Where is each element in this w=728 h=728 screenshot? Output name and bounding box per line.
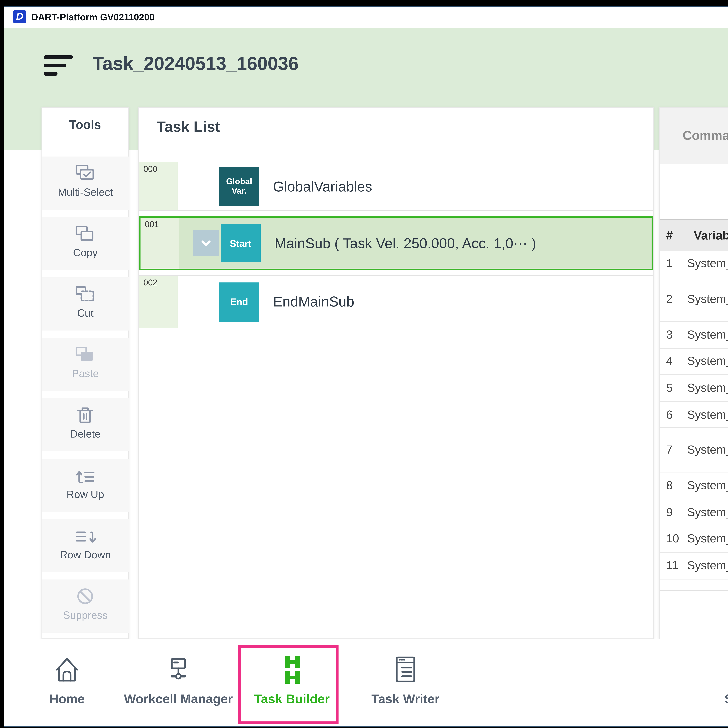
cell-number: 10 — [659, 532, 687, 546]
row-index: 002 — [144, 278, 158, 287]
tool-label: Paste — [72, 368, 99, 379]
tool-label: Delete — [70, 428, 101, 440]
window-bottom-border — [4, 726, 728, 727]
row-index: 001 — [145, 220, 159, 229]
tool-label: Copy — [73, 247, 98, 258]
command-badge: Start — [220, 224, 261, 262]
tab-command[interactable]: Command — [659, 108, 728, 164]
task-row-001[interactable]: 001StartMainSub ( Task Vel. 250.000, Acc… — [139, 216, 653, 270]
cell-variable-name: System_A — [687, 381, 728, 395]
task-builder-icon — [276, 654, 308, 686]
subtab-variable-list[interactable]: Variable List — [659, 164, 728, 220]
menu-button[interactable] — [44, 55, 74, 81]
nav-status[interactable]: Status — [700, 642, 728, 722]
tool-row-up[interactable]: Row Up — [42, 459, 128, 512]
edit-add-strip: Edit & Add — [659, 590, 728, 639]
nav-task-builder[interactable]: Task Builder — [241, 642, 343, 722]
tool-label: Row Down — [60, 549, 111, 561]
cell-number: 11 — [659, 559, 687, 572]
tool-copy[interactable]: Copy — [42, 217, 128, 270]
tools-list: Multi-SelectCopyCutPasteDeleteRow UpRow … — [42, 156, 128, 640]
cut-icon — [74, 283, 97, 306]
row-gutter: 000 — [139, 162, 177, 210]
nav-label: Task Builder — [254, 691, 330, 707]
window-title: DART-Platform GV02110200 — [31, 12, 154, 23]
cell-variable-name: System_a — [687, 257, 728, 270]
cell-variable-name: System_a_1_1 — [687, 444, 728, 457]
tool-row-down[interactable]: Row Down — [42, 519, 128, 572]
hamburger-icon — [44, 55, 73, 59]
nav-label: Workcell Manager — [124, 691, 232, 707]
copy-icon — [74, 222, 97, 245]
command-badge: GlobalVar. — [219, 167, 259, 206]
cell-variable-name: System_aa — [687, 328, 728, 341]
cell-variable-name: System_aa_1 — [687, 479, 728, 492]
subtab-divider — [659, 219, 728, 220]
bottom-nav: HomeWorkcell ManagerTask BuilderTask Wri… — [4, 639, 728, 726]
nav-workcell-manager[interactable]: Workcell Manager — [114, 642, 242, 722]
task-writer-icon — [390, 654, 422, 686]
task-row-002[interactable]: 002EndEndMainSub — [139, 275, 653, 328]
tools-title: Tools — [42, 118, 128, 133]
nav-label: Status — [725, 691, 728, 707]
table-row-7[interactable]: 7System_a_1_1posx(100.0, 500.0, 500.0, 1… — [659, 428, 728, 473]
cell-number: 5 — [659, 381, 687, 395]
tool-label: Multi-Select — [58, 187, 113, 198]
row-content: GlobalVar.GlobalVariables — [177, 162, 653, 210]
cell-variable-name: System_b — [687, 355, 728, 368]
tool-suppress: Suppress — [42, 580, 128, 633]
cell-number: 6 — [659, 408, 687, 421]
tool-multi-select[interactable]: Multi-Select — [42, 156, 128, 210]
nav-task-writer[interactable]: Task Writer — [355, 642, 456, 722]
cell-number: 8 — [659, 479, 687, 492]
row-gutter: 001 — [141, 218, 179, 269]
row-up-icon — [74, 464, 97, 487]
chevron-down-button[interactable] — [193, 230, 219, 256]
cell-number: 9 — [659, 506, 687, 519]
variable-table-header: # Variable Name Value — [659, 220, 728, 251]
inspector-panel: CommandPropertyVariablePlay Variable Lis… — [659, 107, 728, 639]
column-header-name: Variable Name — [694, 220, 728, 251]
task-row-000[interactable]: 000GlobalVar.GlobalVariables — [139, 162, 653, 211]
table-row-3[interactable]: 3System_aaposj(0.0, 0.0, 0.0, 0.0, 0.0, … — [659, 322, 728, 349]
cell-variable-name: System_A_1 — [687, 532, 728, 546]
cell-number: 4 — [659, 355, 687, 368]
nav-label: Task Writer — [372, 691, 440, 707]
tool-delete[interactable]: Delete — [42, 398, 128, 451]
table-row-9[interactable]: 9System_b_11 — [659, 499, 728, 526]
titlebar: D DART-Platform GV02110200 — [4, 7, 728, 28]
task-row-label: EndMainSub — [273, 294, 354, 310]
inspector-tabs: CommandPropertyVariablePlay — [659, 108, 728, 164]
tool-label: Cut — [77, 307, 93, 319]
app-logo: D — [13, 10, 26, 23]
variable-table-body: 1System_aposx(0.0, 34.5, 1652.5, 180.0, … — [659, 251, 728, 590]
nav-home[interactable]: Home — [23, 642, 111, 722]
tool-paste: Paste — [42, 338, 128, 391]
cell-number: 1 — [659, 257, 687, 270]
table-row-11[interactable]: 11System_B_11,2,3,4 — [659, 553, 728, 579]
table-row-4[interactable]: 4System_b1 — [659, 349, 728, 375]
row-gutter: 002 — [139, 276, 177, 327]
row-content: EndEndMainSub — [177, 276, 653, 327]
delete-icon — [74, 403, 97, 427]
nav-label: Home — [49, 691, 84, 707]
workcell-manager-icon — [162, 654, 194, 686]
table-row-1[interactable]: 1System_aposx(0.0, 34.5, 1652.5, 180.0, … — [659, 251, 728, 277]
table-row-2[interactable]: 2System_a_1posx(100.0, 500.0, 500.0, 180… — [659, 277, 728, 322]
cell-variable-name: System_a_1 — [687, 293, 728, 306]
table-row-partial: posx(400.0, 500.0, 500.0, 180.0, -180.0, — [659, 579, 728, 590]
tool-label: Row Up — [67, 488, 104, 500]
task-list-title: Task List — [156, 118, 220, 135]
cell-variable-name: System_B_1 — [687, 559, 728, 572]
table-row-8[interactable]: 8System_aa_1posj(0.0, 0.0, 0.0, 0.0, 0.0… — [659, 473, 728, 499]
table-row-5[interactable]: 5System_A2 — [659, 375, 728, 402]
cell-number: 3 — [659, 328, 687, 341]
multi-select-icon — [74, 162, 97, 185]
suppress-icon — [74, 584, 97, 608]
tool-cut[interactable]: Cut — [42, 277, 128, 330]
command-badge: End — [219, 282, 259, 321]
column-header-number: # — [666, 220, 673, 251]
table-row-10[interactable]: 10System_A_12 — [659, 526, 728, 553]
paste-icon — [74, 343, 97, 366]
table-row-6[interactable]: 6System_B1,2,3,4 — [659, 402, 728, 428]
